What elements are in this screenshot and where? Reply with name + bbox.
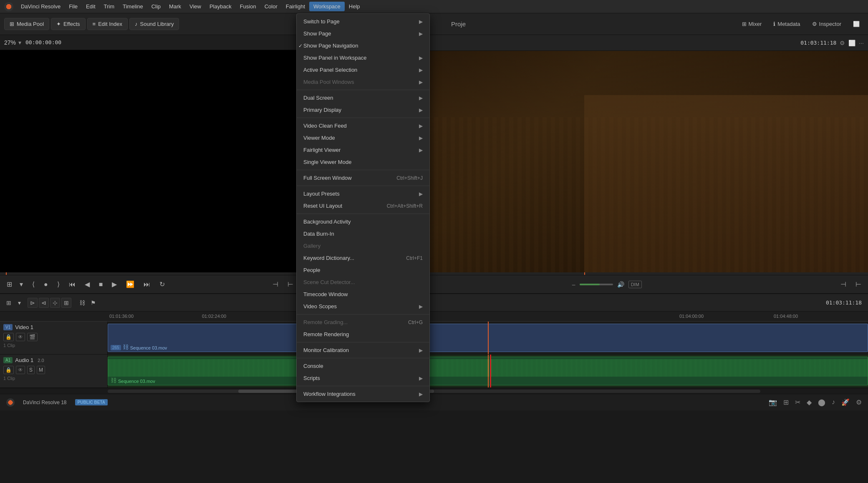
menu-view[interactable]: View [185, 2, 205, 11]
status-gear-icon[interactable]: ⚙ [856, 398, 862, 406]
inspector-button[interactable]: ⚙ Inspector [808, 19, 845, 29]
menu-item-workflow-integrations[interactable]: Workflow Integrations▶ [297, 388, 429, 400]
status-edit-icon[interactable]: ✂ [795, 398, 800, 406]
menu-item-scripts[interactable]: Scripts▶ [297, 372, 429, 384]
timeline-link-btn[interactable]: ⛓ [77, 298, 87, 307]
audio-eye-btn[interactable]: 👁 [16, 366, 25, 374]
menu-item-full-screen-window[interactable]: Full Screen WindowCtrl+Shift+J [297, 172, 429, 184]
status-bar: DaVinci Resolve 18 PUBLIC BETA 📷 ⊞ ✂ ◆ ⬤… [0, 394, 868, 410]
menu-item-monitor-calibration[interactable]: Monitor Calibration▶ [297, 344, 429, 356]
left-out-btn[interactable]: ⊢ [285, 279, 296, 290]
right-more-icon[interactable]: ··· [859, 40, 864, 46]
left-playhead [6, 272, 7, 275]
left-monitor-btn[interactable]: ⊞ [4, 279, 15, 290]
edit-index-button[interactable]: ≡ Edit Index [87, 18, 128, 30]
menu-item-layout-presets[interactable]: Layout Presets▶ [297, 188, 429, 200]
effects-button[interactable]: ✦ Effects [51, 18, 86, 30]
status-color-icon[interactable]: ⬤ [818, 398, 825, 406]
metadata-button[interactable]: ℹ Metadata [769, 19, 804, 29]
left-back-btn[interactable]: ◀ [82, 279, 92, 290]
menu-item-timecode-window[interactable]: Timecode Window [297, 288, 429, 300]
menu-item-reset-ui-layout[interactable]: Reset UI LayoutCtrl+Alt+Shift+R [297, 200, 429, 212]
left-in-btn[interactable]: ⊣ [270, 279, 281, 290]
menu-timeline[interactable]: Timeline [119, 2, 147, 11]
audio-lock-btn[interactable]: 🔒 [3, 366, 14, 374]
media-pool-button[interactable]: ⊞ Media Pool [4, 18, 49, 30]
timeline-select-btn[interactable]: ⊲ [39, 298, 49, 308]
video-lock-btn[interactable]: 🔒 [3, 333, 14, 341]
menu-item-remote-rendering[interactable]: Remote Rendering [297, 328, 429, 340]
menu-item-video-clean-feed[interactable]: Video Clean Feed▶ [297, 120, 429, 132]
menu-item-data-burn-in[interactable]: Data Burn-In [297, 228, 429, 240]
video-clip-btn[interactable]: 🎬 [27, 333, 38, 341]
left-monitor-chevron[interactable]: ▾ [17, 279, 25, 290]
left-circle-btn[interactable]: ● [41, 279, 50, 290]
menu-item-active-panel-selection[interactable]: Active Panel Selection▶ [297, 64, 429, 76]
menu-item-show-panel-in-workspace[interactable]: Show Panel in Workspace▶ [297, 52, 429, 64]
timeline-chevron[interactable]: ▾ [16, 298, 23, 307]
menu-item-label: Primary Display [303, 107, 341, 113]
menu-item-show-page-navigation[interactable]: Show Page Navigation [297, 40, 429, 52]
left-loop-btn[interactable]: ↻ [157, 279, 167, 290]
left-skip-end-btn[interactable]: ⏭ [141, 279, 153, 290]
menu-item-switch-to-page[interactable]: Switch to Page▶ [297, 15, 429, 28]
menu-mark[interactable]: Mark [165, 2, 185, 11]
menu-fusion[interactable]: Fusion [236, 2, 260, 11]
right-settings-icon[interactable]: ⚙ [840, 40, 845, 46]
left-stop-btn[interactable]: ■ [96, 279, 106, 290]
right-in-btn[interactable]: ⊣ [838, 279, 849, 290]
status-layout-icon[interactable]: ⊞ [783, 398, 789, 406]
mixer-button[interactable]: ⊞ Mixer [738, 19, 766, 29]
menu-davinci-resolve[interactable]: DaVinci Resolve [17, 2, 65, 11]
menu-trim[interactable]: Trim [100, 2, 119, 11]
right-panel-icon[interactable]: ⬜ [848, 40, 855, 46]
menu-item-dual-screen[interactable]: Dual Screen▶ [297, 92, 429, 104]
menu-color[interactable]: Color [260, 2, 282, 11]
menu-item-single-viewer-mode[interactable]: Single Viewer Mode [297, 156, 429, 168]
menu-clip[interactable]: Clip [147, 2, 165, 11]
menu-help[interactable]: Help [345, 2, 364, 11]
menu-playback[interactable]: Playback [205, 2, 236, 11]
audio-s-btn[interactable]: S [27, 366, 35, 374]
menu-edit[interactable]: Edit [82, 2, 99, 11]
timeline-insert-btn[interactable]: ⊹ [50, 298, 60, 308]
status-fairlight-icon[interactable]: ♪ [832, 398, 835, 406]
left-fast-fwd-btn[interactable]: ⏩ [124, 279, 137, 290]
sound-library-button[interactable]: ♪ Sound Library [129, 18, 179, 30]
timeline-flag-btn[interactable]: ⚑ [88, 298, 98, 307]
menu-item-viewer-mode[interactable]: Viewer Mode▶ [297, 132, 429, 144]
status-camera-icon[interactable]: 📷 [769, 398, 777, 406]
right-out-btn[interactable]: ⊢ [853, 279, 864, 290]
audio-m-btn[interactable]: M [37, 366, 45, 374]
left-right-btn[interactable]: ⟩ [55, 279, 62, 290]
menu-item-people[interactable]: People [297, 264, 429, 276]
menu-item-label: Scripts [303, 375, 320, 381]
menu-item-video-scopes[interactable]: Video Scopes▶ [297, 300, 429, 312]
menu-item-fairlight-viewer[interactable]: Fairlight Viewer▶ [297, 144, 429, 156]
left-skip-start-btn[interactable]: ⏮ [66, 279, 78, 290]
version-badge: PUBLIC BETA [75, 399, 108, 405]
left-zoom-control[interactable]: 27% ▾ [4, 39, 21, 46]
status-fusion-icon[interactable]: ◆ [807, 398, 812, 406]
menu-item-primary-display[interactable]: Primary Display▶ [297, 104, 429, 116]
status-deliver-icon[interactable]: 🚀 [841, 398, 850, 406]
video-eye-btn[interactable]: 👁 [16, 333, 25, 341]
left-play-btn[interactable]: ▶ [109, 279, 119, 290]
expand-button[interactable]: ⬜ [849, 19, 864, 29]
volume-slider[interactable] [580, 284, 613, 285]
menu-fairlight[interactable]: Fairlight [282, 2, 309, 11]
timeline-grid-btn[interactable]: ⊞ [4, 298, 13, 307]
menu-file[interactable]: File [65, 2, 82, 11]
timeline-trim-btn[interactable]: ⊞ [61, 298, 71, 308]
audio-track-content[interactable]: ⛓ Sequence 03.mov [108, 355, 868, 387]
dim-button[interactable]: DIM [628, 281, 642, 288]
menu-item-keyword-dictionary-[interactable]: Keyword Dictionary...Ctrl+F1 [297, 252, 429, 264]
video-track-content[interactable]: 265 ⛓ Sequence 03.mov [108, 322, 868, 355]
menu-item-background-activity[interactable]: Background Activity [297, 216, 429, 228]
menu-item-console[interactable]: Console [297, 360, 429, 372]
menu-item-show-page[interactable]: Show Page▶ [297, 28, 429, 40]
menu-item-shortcut: Ctrl+Alt+Shift+R [387, 203, 423, 209]
menu-workspace[interactable]: Workspace [309, 2, 345, 11]
left-prev-btn[interactable]: ⟨ [30, 279, 37, 290]
timeline-track-arrow-btn[interactable]: ⊳ [28, 298, 38, 308]
